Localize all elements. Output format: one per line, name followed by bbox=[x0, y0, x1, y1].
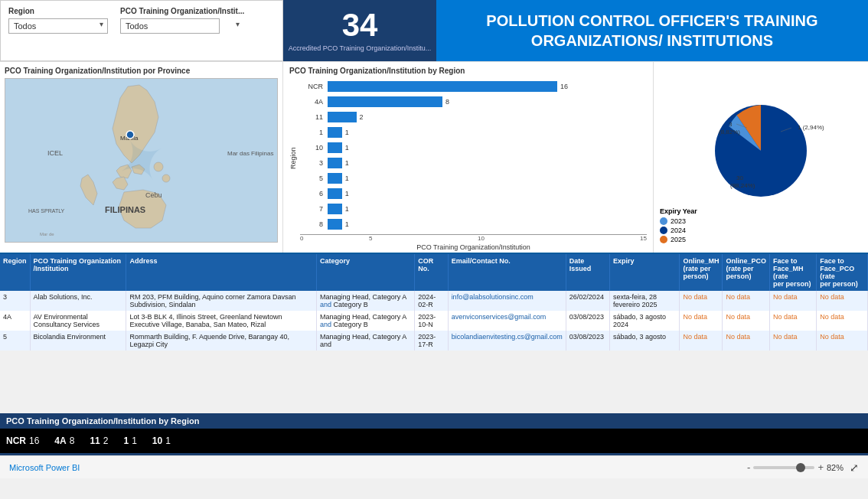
col-face-mh: Face toFace_MH (rateper person) bbox=[769, 254, 816, 291]
cell-face-mh: No data bbox=[769, 311, 816, 331]
fullscreen-icon[interactable]: ⤢ bbox=[850, 461, 859, 474]
stat-1: 1 1 bbox=[123, 435, 136, 446]
col-online-mh: Online_MH(rate perperson) bbox=[680, 254, 723, 291]
cell-online-mh: No data bbox=[680, 331, 723, 351]
bar-label-4A: 4A bbox=[300, 98, 323, 106]
region-filter-label: Region bbox=[8, 7, 108, 15]
header-filters: Region Todos PCO Training Organization/I… bbox=[0, 0, 283, 61]
bar-value-6: 1 bbox=[345, 190, 349, 197]
cell-online-pco: No data bbox=[723, 311, 770, 331]
pco-select-wrapper[interactable]: Todos bbox=[120, 18, 244, 34]
table-row: 5 Bicolandia Environment Rommarth Buildi… bbox=[0, 331, 868, 351]
map-container[interactable]: ✦ bbox=[5, 78, 278, 243]
page-title-text: POLLUTION CONTROL OFFICER'S TRAININGORGA… bbox=[486, 11, 817, 51]
bar-row-10: 10 1 bbox=[300, 142, 647, 153]
bar-row-5: 5 1 bbox=[300, 173, 647, 184]
cell-region: 3 bbox=[0, 291, 30, 311]
pco-filter-label: PCO Training Organization/Instit... bbox=[120, 7, 244, 15]
svg-text:(88,24%): (88,24%) bbox=[730, 182, 755, 189]
cell-online-pco: No data bbox=[723, 291, 770, 311]
pie-chart-panel: 3 (8,82%) 1 (2,94%) 30 (88,24%) Expiry Y… bbox=[654, 62, 868, 253]
svg-text:Mar das Filipinas: Mar das Filipinas bbox=[227, 150, 273, 157]
cell-cor: 2023-10-N bbox=[415, 311, 448, 331]
region-filter-group: Region Todos bbox=[8, 7, 108, 34]
cell-email: avenviconservices@gmail.com bbox=[448, 311, 566, 331]
bar-row-ncr: NCR 16 bbox=[300, 81, 647, 92]
stat-1-val: 1 bbox=[132, 435, 137, 446]
stat-11-val: 2 bbox=[103, 435, 109, 446]
svg-text:1 (2,94%): 1 (2,94%) bbox=[798, 124, 824, 131]
region-select-wrapper[interactable]: Todos bbox=[8, 18, 108, 34]
pie-legend: Expiry Year 2023 2024 2025 bbox=[660, 207, 862, 243]
axis-5: 5 bbox=[315, 235, 426, 242]
cell-date: 03/08/2023 bbox=[566, 311, 609, 331]
table-body: 3 Alab Solutions, Inc. RM 203, PFM Build… bbox=[0, 291, 868, 351]
zoom-track[interactable] bbox=[753, 466, 814, 469]
zoom-plus-button[interactable]: + bbox=[817, 461, 824, 473]
cell-address: RM 203, PFM Building, Aquino corner Zamo… bbox=[126, 291, 317, 311]
stat-10: 10 1 bbox=[152, 435, 171, 446]
legend-label-2023: 2023 bbox=[671, 217, 686, 225]
zoom-minus-button[interactable]: - bbox=[747, 461, 750, 473]
bar-fill-NCR bbox=[328, 81, 557, 92]
stat-1-label: 1 bbox=[123, 435, 129, 446]
stat-ncr: NCR 16 bbox=[6, 435, 39, 446]
stat-10-val: 1 bbox=[165, 435, 171, 446]
zoom-bar: - + 82% bbox=[747, 461, 844, 473]
svg-text:Mar de: Mar de bbox=[40, 232, 54, 236]
pie-svg: 3 (8,82%) 1 (2,94%) 30 (88,24%) bbox=[684, 90, 837, 204]
axis-10: 10 bbox=[426, 235, 536, 242]
region-select[interactable]: Todos bbox=[8, 18, 108, 34]
powerbi-link[interactable]: Microsoft Power BI bbox=[9, 463, 80, 472]
col-expiry: Expiry bbox=[610, 254, 680, 291]
cell-address: Lot 3-B BLK 4, Illinois Street, Greenlan… bbox=[126, 311, 317, 331]
legend-dot-2023 bbox=[660, 217, 667, 225]
zoom-value: 82% bbox=[827, 463, 844, 472]
bar-row-8: 8 1 bbox=[300, 219, 647, 230]
bar-fill-7 bbox=[328, 204, 342, 214]
bar-fill-3 bbox=[328, 158, 342, 168]
bar-rows: NCR 16 4A 8 11 2 1 1 10 1 3 1 5 1 bbox=[300, 80, 647, 230]
cell-org: AV Environmental Consultancy Services bbox=[30, 311, 126, 331]
charts-row: PCO Training Organization/Institution po… bbox=[0, 61, 868, 253]
col-category: Category bbox=[317, 254, 415, 291]
bar-label-8: 8 bbox=[300, 220, 323, 228]
table-section[interactable]: Region PCO Training Organization/Institu… bbox=[0, 253, 868, 413]
legend-2025: 2025 bbox=[660, 236, 862, 243]
bottom-stats: NCR 16 4A 8 11 2 1 1 10 1 bbox=[0, 429, 868, 453]
cell-cor: 2023-17-R bbox=[415, 331, 448, 351]
cell-date: 03/08/2023 bbox=[566, 331, 609, 351]
bar-value-5: 1 bbox=[345, 174, 349, 182]
cell-org: Bicolandia Environment bbox=[30, 331, 126, 351]
map-svg: ICEL Mar das Filipinas FILIPINAS Manila … bbox=[5, 79, 278, 243]
bar-fill-11 bbox=[328, 112, 357, 122]
col-address: Address bbox=[126, 254, 317, 291]
cell-face-mh: No data bbox=[769, 331, 816, 351]
stat-4a: 4A 8 bbox=[54, 435, 74, 446]
pco-filter-group: PCO Training Organization/Instit... Todo… bbox=[120, 7, 244, 34]
bar-y-axis-label: Region bbox=[289, 80, 297, 236]
bar-row-11: 11 2 bbox=[300, 112, 647, 122]
stat-4a-val: 8 bbox=[70, 435, 75, 446]
svg-point-7 bbox=[154, 162, 163, 171]
stat-11: 11 2 bbox=[90, 435, 108, 446]
stat-ncr-label: NCR bbox=[6, 435, 26, 446]
bar-fill-1 bbox=[328, 127, 342, 138]
footer-right: - + 82% ⤢ bbox=[747, 461, 859, 474]
table-row: 3 Alab Solutions, Inc. RM 203, PFM Build… bbox=[0, 291, 868, 311]
page-title: POLLUTION CONTROL OFFICER'S TRAININGORGA… bbox=[436, 0, 868, 61]
stat-label: Accredited PCO Training Organization/Ins… bbox=[289, 44, 432, 52]
bar-fill-10 bbox=[328, 142, 342, 153]
bar-value-10: 1 bbox=[345, 144, 349, 152]
legend-label-2024: 2024 bbox=[671, 227, 686, 234]
cell-online-pco: No data bbox=[723, 331, 770, 351]
bar-value-3: 1 bbox=[345, 159, 349, 167]
legend-label-2025: 2025 bbox=[671, 236, 686, 243]
legend-dot-2024 bbox=[660, 227, 667, 234]
legend-2023: 2023 bbox=[660, 217, 862, 225]
svg-text:HAS SPRATLY: HAS SPRATLY bbox=[28, 208, 65, 214]
cell-face-mh: No data bbox=[769, 291, 816, 311]
map-title: PCO Training Organization/Institution po… bbox=[5, 67, 278, 75]
table-header: Region PCO Training Organization/Institu… bbox=[0, 254, 868, 291]
pco-select[interactable]: Todos bbox=[120, 18, 220, 34]
